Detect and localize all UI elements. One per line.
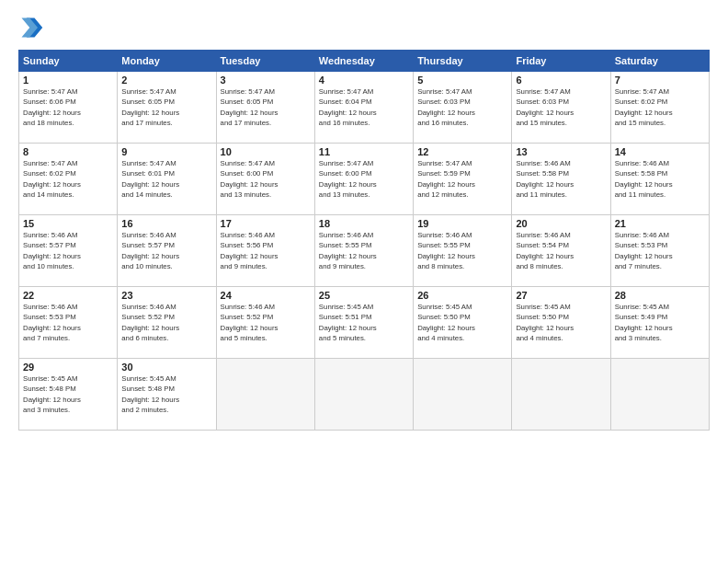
day-number: 9 [121,146,211,157]
weekday-header-tuesday: Tuesday [216,51,314,72]
day-number: 27 [516,290,606,301]
day-info: Sunrise: 5:46 AM Sunset: 5:56 PM Dayligh… [221,230,311,271]
day-number: 28 [615,290,705,301]
day-cell-27: 27Sunrise: 5:45 AM Sunset: 5:50 PM Dayli… [512,287,610,359]
day-number: 7 [615,75,705,86]
day-info: Sunrise: 5:46 AM Sunset: 5:58 PM Dayligh… [516,158,606,200]
day-number: 30 [121,362,211,373]
day-info: Sunrise: 5:45 AM Sunset: 5:49 PM Dayligh… [615,302,705,343]
day-cell-1: 1Sunrise: 5:47 AM Sunset: 6:06 PM Daylig… [19,72,118,144]
day-cell-5: 5Sunrise: 5:47 AM Sunset: 6:03 PM Daylig… [414,72,512,144]
logo-icon [18,15,44,40]
day-cell-14: 14Sunrise: 5:46 AM Sunset: 5:58 PM Dayli… [610,144,709,215]
empty-cell [414,359,512,431]
day-cell-16: 16Sunrise: 5:46 AM Sunset: 5:57 PM Dayli… [118,215,216,287]
day-number: 10 [221,146,311,157]
day-number: 17 [221,218,311,229]
day-info: Sunrise: 5:46 AM Sunset: 5:55 PM Dayligh… [319,230,409,271]
calendar-table: SundayMondayTuesdayWednesdayThursdayFrid… [18,50,710,431]
day-info: Sunrise: 5:47 AM Sunset: 6:05 PM Dayligh… [121,86,211,128]
day-number: 26 [417,290,507,301]
day-number: 22 [23,290,113,301]
day-cell-26: 26Sunrise: 5:45 AM Sunset: 5:50 PM Dayli… [414,287,512,359]
day-cell-23: 23Sunrise: 5:46 AM Sunset: 5:52 PM Dayli… [118,287,216,359]
weekday-header-sunday: Sunday [19,51,118,72]
day-number: 1 [23,75,113,86]
day-info: Sunrise: 5:47 AM Sunset: 6:00 PM Dayligh… [221,158,311,200]
day-cell-22: 22Sunrise: 5:46 AM Sunset: 5:53 PM Dayli… [19,287,118,359]
day-info: Sunrise: 5:46 AM Sunset: 5:52 PM Dayligh… [221,302,311,343]
day-cell-3: 3Sunrise: 5:47 AM Sunset: 6:05 PM Daylig… [216,72,314,144]
day-info: Sunrise: 5:47 AM Sunset: 6:05 PM Dayligh… [221,86,311,128]
day-cell-18: 18Sunrise: 5:46 AM Sunset: 5:55 PM Dayli… [314,215,413,287]
empty-cell [512,359,610,431]
empty-cell [314,359,413,431]
day-info: Sunrise: 5:47 AM Sunset: 6:04 PM Dayligh… [319,86,409,128]
weekday-header-thursday: Thursday [414,51,512,72]
page-header [18,15,710,40]
day-cell-7: 7Sunrise: 5:47 AM Sunset: 6:02 PM Daylig… [610,72,709,144]
day-cell-30: 30Sunrise: 5:45 AM Sunset: 5:48 PM Dayli… [118,359,216,431]
day-number: 25 [319,290,409,301]
day-info: Sunrise: 5:47 AM Sunset: 6:06 PM Dayligh… [23,86,113,128]
day-number: 15 [23,218,113,229]
day-info: Sunrise: 5:46 AM Sunset: 5:55 PM Dayligh… [417,230,507,271]
empty-cell [216,359,314,431]
day-info: Sunrise: 5:45 AM Sunset: 5:50 PM Dayligh… [417,302,507,343]
day-cell-19: 19Sunrise: 5:46 AM Sunset: 5:55 PM Dayli… [414,215,512,287]
day-info: Sunrise: 5:47 AM Sunset: 6:00 PM Dayligh… [319,158,409,200]
day-cell-13: 13Sunrise: 5:46 AM Sunset: 5:58 PM Dayli… [512,144,610,215]
day-number: 14 [615,146,705,157]
day-cell-25: 25Sunrise: 5:45 AM Sunset: 5:51 PM Dayli… [314,287,413,359]
week-row-4: 22Sunrise: 5:46 AM Sunset: 5:53 PM Dayli… [19,287,710,359]
day-info: Sunrise: 5:45 AM Sunset: 5:50 PM Dayligh… [516,302,606,343]
weekday-header-monday: Monday [118,51,216,72]
day-number: 13 [516,146,606,157]
day-info: Sunrise: 5:47 AM Sunset: 6:03 PM Dayligh… [417,86,507,128]
day-info: Sunrise: 5:46 AM Sunset: 5:58 PM Dayligh… [615,158,705,200]
weekday-header-wednesday: Wednesday [314,51,413,72]
day-number: 4 [319,75,409,86]
day-cell-11: 11Sunrise: 5:47 AM Sunset: 6:00 PM Dayli… [314,144,413,215]
day-number: 23 [121,290,211,301]
weekday-header-friday: Friday [512,51,610,72]
day-info: Sunrise: 5:47 AM Sunset: 6:01 PM Dayligh… [121,158,211,200]
weekday-header-saturday: Saturday [610,51,709,72]
day-cell-10: 10Sunrise: 5:47 AM Sunset: 6:00 PM Dayli… [216,144,314,215]
day-info: Sunrise: 5:46 AM Sunset: 5:57 PM Dayligh… [121,230,211,271]
day-cell-28: 28Sunrise: 5:45 AM Sunset: 5:49 PM Dayli… [610,287,709,359]
day-cell-4: 4Sunrise: 5:47 AM Sunset: 6:04 PM Daylig… [314,72,413,144]
day-number: 6 [516,75,606,86]
day-number: 5 [417,75,507,86]
week-row-1: 1Sunrise: 5:47 AM Sunset: 6:06 PM Daylig… [19,72,710,144]
day-number: 16 [121,218,211,229]
day-cell-2: 2Sunrise: 5:47 AM Sunset: 6:05 PM Daylig… [118,72,216,144]
day-info: Sunrise: 5:46 AM Sunset: 5:53 PM Dayligh… [23,302,113,343]
day-number: 12 [417,146,507,157]
day-number: 11 [319,146,409,157]
day-info: Sunrise: 5:47 AM Sunset: 6:02 PM Dayligh… [23,158,113,200]
day-number: 29 [23,362,113,373]
day-cell-12: 12Sunrise: 5:47 AM Sunset: 5:59 PM Dayli… [414,144,512,215]
day-number: 21 [615,218,705,229]
logo [18,15,46,40]
day-number: 19 [417,218,507,229]
day-info: Sunrise: 5:45 AM Sunset: 5:48 PM Dayligh… [23,373,113,415]
day-cell-21: 21Sunrise: 5:46 AM Sunset: 5:53 PM Dayli… [610,215,709,287]
day-info: Sunrise: 5:45 AM Sunset: 5:48 PM Dayligh… [121,373,211,415]
day-info: Sunrise: 5:46 AM Sunset: 5:52 PM Dayligh… [121,302,211,343]
day-cell-9: 9Sunrise: 5:47 AM Sunset: 6:01 PM Daylig… [118,144,216,215]
day-number: 3 [221,75,311,86]
day-cell-20: 20Sunrise: 5:46 AM Sunset: 5:54 PM Dayli… [512,215,610,287]
day-info: Sunrise: 5:45 AM Sunset: 5:51 PM Dayligh… [319,302,409,343]
day-info: Sunrise: 5:46 AM Sunset: 5:53 PM Dayligh… [615,230,705,271]
empty-cell [610,359,709,431]
day-info: Sunrise: 5:46 AM Sunset: 5:57 PM Dayligh… [23,230,113,271]
day-cell-6: 6Sunrise: 5:47 AM Sunset: 6:03 PM Daylig… [512,72,610,144]
day-cell-29: 29Sunrise: 5:45 AM Sunset: 5:48 PM Dayli… [19,359,118,431]
day-number: 2 [121,75,211,86]
day-number: 8 [23,146,113,157]
week-row-2: 8Sunrise: 5:47 AM Sunset: 6:02 PM Daylig… [19,144,710,215]
week-row-3: 15Sunrise: 5:46 AM Sunset: 5:57 PM Dayli… [19,215,710,287]
weekday-header-row: SundayMondayTuesdayWednesdayThursdayFrid… [19,51,710,72]
